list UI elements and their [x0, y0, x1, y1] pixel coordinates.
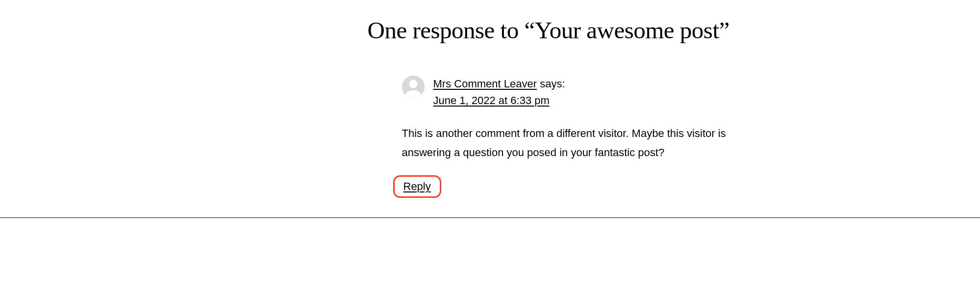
reply-wrap: Reply [393, 175, 750, 198]
comment-date-link[interactable]: June 1, 2022 at 6:33 pm [433, 92, 550, 109]
says-label: says: [540, 78, 565, 90]
comments-title: One response to “Your awesome post” [368, 15, 750, 46]
comment-header: Mrs Comment Leaver says: June 1, 2022 at… [402, 76, 750, 109]
comment-meta: Mrs Comment Leaver says: June 1, 2022 at… [433, 76, 565, 109]
divider [0, 217, 980, 218]
comment-author-link[interactable]: Mrs Comment Leaver [433, 78, 537, 90]
comment-body: This is another comment from a different… [402, 124, 745, 163]
svg-point-1 [409, 80, 417, 88]
avatar-icon [402, 76, 425, 98]
comment-author-line: Mrs Comment Leaver says: [433, 76, 565, 92]
avatar [402, 76, 425, 98]
comments-section: One response to “Your awesome post” Mrs … [230, 15, 750, 198]
comment-item: Mrs Comment Leaver says: June 1, 2022 at… [368, 76, 750, 198]
reply-button[interactable]: Reply [393, 175, 441, 198]
